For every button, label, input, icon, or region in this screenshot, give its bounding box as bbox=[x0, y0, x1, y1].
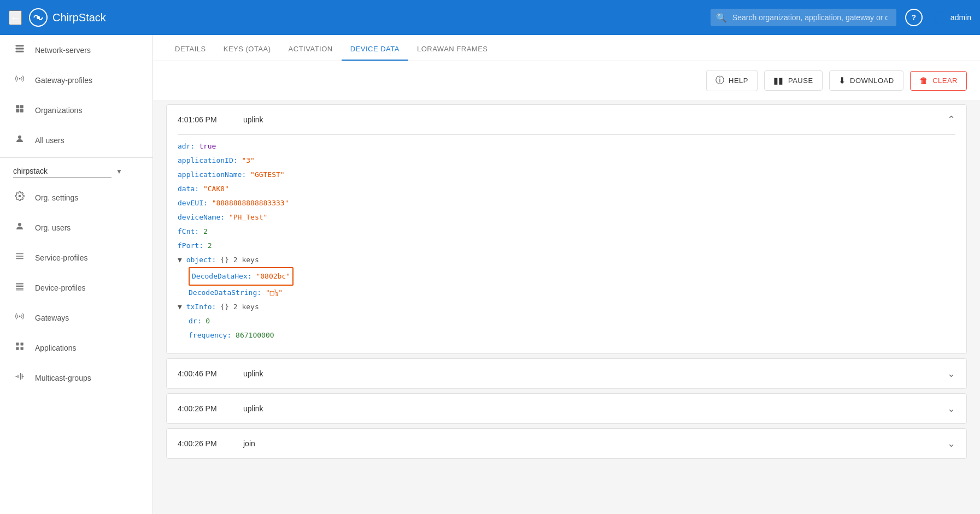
expand-icon-2: ⌄ bbox=[947, 403, 955, 415]
action-bar: ⓘ HELP ▮▮ PAUSE ⬇ DOWNLOAD 🗑 CLEAR bbox=[153, 61, 980, 100]
pause-button[interactable]: ▮▮ PAUSE bbox=[764, 70, 823, 91]
org-settings-icon bbox=[13, 191, 26, 204]
tab-activation[interactable]: ACTIVATION bbox=[280, 38, 342, 61]
sidebar-label-device-profiles: Device-profiles bbox=[35, 283, 86, 292]
event-time-2: 4:00:26 PM bbox=[178, 404, 243, 413]
svg-rect-4 bbox=[16, 51, 24, 52]
clear-button[interactable]: 🗑 CLEAR bbox=[910, 71, 967, 91]
sidebar-item-service-profiles[interactable]: Service-profiles bbox=[0, 243, 152, 273]
svg-rect-3 bbox=[16, 48, 24, 50]
search-icon: 🔍 bbox=[716, 13, 727, 23]
collapse-icon-0: ⌃ bbox=[947, 114, 955, 126]
pause-button-label: PAUSE bbox=[788, 76, 813, 85]
organizations-icon bbox=[13, 104, 26, 116]
sidebar-label-multicast-groups: Multicast-groups bbox=[35, 374, 91, 382]
sidebar-item-multicast-groups[interactable]: Multicast-groups bbox=[0, 363, 152, 393]
svg-rect-6 bbox=[16, 105, 19, 108]
tab-device-data[interactable]: DEVICE DATA bbox=[342, 38, 408, 61]
sidebar-label-gateways: Gateways bbox=[35, 314, 69, 322]
applications-icon bbox=[13, 341, 26, 354]
svg-rect-24 bbox=[21, 347, 24, 350]
all-users-icon bbox=[13, 134, 26, 146]
event-card-3: 4:00:26 PM join ⌄ bbox=[166, 428, 967, 459]
help-icon-button[interactable]: ? bbox=[905, 9, 923, 26]
header: ← ChirpStack 🔍 ? 👤 admin bbox=[0, 0, 980, 35]
tab-bar: DETAILS KEYS (OTAA) ACTIVATION DEVICE DA… bbox=[153, 35, 980, 61]
sidebar-item-applications[interactable]: Applications bbox=[0, 333, 152, 363]
gateway-profiles-icon bbox=[13, 74, 26, 86]
sidebar-divider-1 bbox=[0, 157, 152, 158]
user-avatar-icon: 👤 bbox=[931, 10, 946, 25]
user-menu[interactable]: 👤 admin bbox=[931, 10, 971, 25]
clear-icon: 🗑 bbox=[919, 76, 929, 86]
gateways-icon bbox=[13, 311, 26, 324]
org-users-icon bbox=[13, 221, 26, 234]
event-type-1: uplink bbox=[243, 369, 947, 378]
prop-frequency: frequency: 867100000 bbox=[189, 328, 955, 342]
sidebar-item-gateway-profiles[interactable]: Gateway-profiles bbox=[0, 65, 152, 95]
event-card-0: 4:01:06 PM uplink ⌃ adr: true applicatio… bbox=[166, 104, 967, 354]
expand-icon-3: ⌄ bbox=[947, 438, 955, 450]
prop-applicationID: applicationID: "3" bbox=[178, 153, 955, 168]
service-profiles-icon bbox=[13, 251, 26, 264]
prop-fCnt: fCnt: 2 bbox=[178, 224, 955, 239]
event-type-2: uplink bbox=[243, 404, 947, 413]
prop-DecodeDataString: DecodeDataString: "□¼" bbox=[189, 286, 955, 300]
back-button[interactable]: ← bbox=[9, 10, 22, 25]
chevron-down-icon: ▼ bbox=[116, 168, 122, 175]
sidebar-label-service-profiles: Service-profiles bbox=[35, 253, 87, 262]
sidebar-label-org-users: Org. users bbox=[35, 223, 71, 232]
sidebar-label-all-users: All users bbox=[35, 136, 64, 145]
logo: ChirpStack bbox=[28, 8, 106, 27]
sidebar-item-org-settings[interactable]: Org. settings bbox=[0, 182, 152, 212]
device-profiles-icon bbox=[13, 281, 26, 294]
sidebar-item-network-servers[interactable]: Network-servers bbox=[0, 35, 152, 65]
sidebar-item-device-profiles[interactable]: Device-profiles bbox=[0, 273, 152, 303]
tab-details[interactable]: DETAILS bbox=[166, 38, 215, 61]
main-content: DETAILS KEYS (OTAA) ACTIVATION DEVICE DA… bbox=[153, 35, 980, 514]
event-time-1: 4:00:46 PM bbox=[178, 369, 243, 378]
prop-frequency-wrapper: frequency: 867100000 bbox=[178, 328, 955, 342]
prop-object[interactable]: ▼ object: {} 2 keys bbox=[178, 253, 955, 267]
download-button[interactable]: ⬇ DOWNLOAD bbox=[829, 70, 903, 91]
prop-adr: adr: true bbox=[178, 139, 955, 153]
sidebar-item-gateways[interactable]: Gateways bbox=[0, 303, 152, 333]
event-body-0: adr: true applicationID: "3" application… bbox=[167, 135, 966, 353]
prop-fPort: fPort: 2 bbox=[178, 239, 955, 253]
event-header-1[interactable]: 4:00:46 PM uplink ⌄ bbox=[167, 359, 966, 388]
sidebar-label-org-settings: Org. settings bbox=[35, 193, 78, 202]
sidebar-label-gateway-profiles: Gateway-profiles bbox=[35, 76, 92, 85]
tab-keys[interactable]: KEYS (OTAA) bbox=[215, 38, 280, 61]
logo-text: ChirpStack bbox=[52, 11, 106, 24]
search-input[interactable] bbox=[711, 9, 896, 26]
expand-icon-1: ⌄ bbox=[947, 368, 955, 380]
network-servers-icon bbox=[13, 44, 26, 56]
sidebar-item-organizations[interactable]: Organizations bbox=[0, 95, 152, 125]
tab-lorawan-frames[interactable]: LORAWAN FRAMES bbox=[408, 38, 497, 61]
prop-txInfo[interactable]: ▼ txInfo: {} 2 keys bbox=[178, 300, 955, 314]
svg-rect-2 bbox=[16, 45, 24, 46]
download-button-label: DOWNLOAD bbox=[850, 76, 894, 85]
org-select-wrapper: chirpstack ▼ bbox=[13, 164, 122, 178]
multicast-groups-icon bbox=[13, 371, 26, 384]
clear-button-label: CLEAR bbox=[932, 76, 958, 85]
sidebar-item-all-users[interactable]: All users bbox=[0, 125, 152, 155]
help-button-label: HELP bbox=[729, 76, 748, 85]
org-select[interactable]: chirpstack bbox=[13, 164, 112, 178]
prop-data: data: "CAK8" bbox=[178, 182, 955, 196]
event-header-3[interactable]: 4:00:26 PM join ⌄ bbox=[167, 429, 966, 458]
prop-applicationName: applicationName: "GGTEST" bbox=[178, 168, 955, 182]
svg-rect-21 bbox=[16, 342, 19, 345]
sidebar-item-org-users[interactable]: Org. users bbox=[0, 212, 152, 243]
sidebar-label-network-servers: Network-servers bbox=[35, 46, 91, 55]
event-time-3: 4:00:26 PM bbox=[178, 439, 243, 448]
help-button[interactable]: ⓘ HELP bbox=[706, 70, 758, 91]
username-label: admin bbox=[950, 13, 971, 22]
event-card-1: 4:00:46 PM uplink ⌄ bbox=[166, 358, 967, 389]
event-header-2[interactable]: 4:00:26 PM uplink ⌄ bbox=[167, 394, 966, 423]
event-header-0[interactable]: 4:01:06 PM uplink ⌃ bbox=[167, 105, 966, 134]
svg-rect-22 bbox=[21, 342, 24, 345]
search-wrapper: 🔍 bbox=[711, 9, 896, 26]
svg-point-10 bbox=[18, 135, 21, 139]
event-time-0: 4:01:06 PM bbox=[178, 115, 243, 124]
